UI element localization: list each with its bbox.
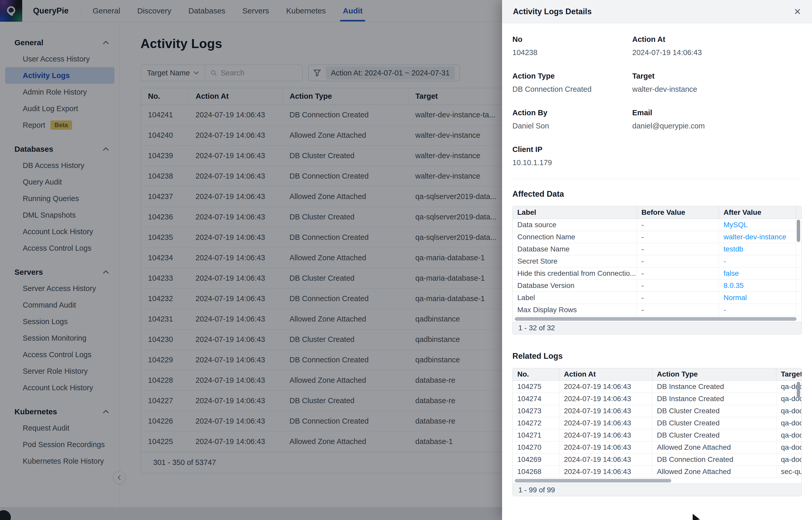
- detail-field: Action At 2024-07-19 14:06:43: [632, 35, 802, 57]
- affected-row[interactable]: Database Name - testdb: [513, 243, 802, 255]
- affected-row[interactable]: Data source - MySQL: [513, 219, 802, 231]
- col-before-value: Before Value: [637, 206, 719, 219]
- related-row[interactable]: 104271 2024-07-19 14:06:43 DB Cluster Cr…: [513, 429, 802, 441]
- detail-field: Action Type DB Connection Created: [512, 72, 632, 94]
- related-row[interactable]: 104274 2024-07-19 14:06:43 DB Instance C…: [513, 393, 802, 405]
- affected-data-heading: Affected Data: [512, 189, 802, 199]
- affected-row[interactable]: Max Display Rows - -: [513, 304, 802, 316]
- detail-field: Target walter-dev-instance: [632, 72, 802, 94]
- affected-row[interactable]: Connection Name - walter-dev-instance: [513, 231, 802, 243]
- col-action-at: Action At: [559, 368, 652, 381]
- vertical-scrollbar[interactable]: [797, 382, 800, 398]
- affected-row[interactable]: Database Version - 8.0.35: [513, 279, 802, 291]
- related-row[interactable]: 104272 2024-07-19 14:06:43 DB Cluster Cr…: [513, 417, 802, 429]
- col-no: No.: [513, 368, 559, 381]
- activity-log-details-drawer: Activity Logs Details ✕ No 104238 Action…: [502, 0, 812, 520]
- affected-data-table: Label Before Value After Value Data sour…: [513, 206, 802, 316]
- affected-row[interactable]: Hide this credential from Connectio... -…: [513, 267, 802, 279]
- related-row[interactable]: 104269 2024-07-19 14:06:43 DB Connection…: [513, 453, 802, 466]
- related-header-row: No. Action At Action Type Target: [513, 368, 802, 381]
- col-label: Label: [513, 206, 637, 219]
- col-target: Target: [776, 368, 802, 381]
- drawer-header: Activity Logs Details ✕: [502, 0, 812, 23]
- affected-row[interactable]: Secret Store - -: [513, 255, 802, 267]
- mouse-cursor: [692, 514, 702, 520]
- affected-row[interactable]: Label - Normal: [513, 291, 802, 304]
- related-logs-heading: Related Logs: [512, 352, 802, 361]
- detail-field: No 104238: [512, 35, 632, 57]
- detail-field: Email daniel@querypie.com: [632, 108, 802, 130]
- drawer-body: No 104238 Action At 2024-07-19 14:06:43 …: [502, 23, 812, 496]
- drawer-title: Activity Logs Details: [513, 7, 592, 16]
- related-pagination: 1 - 99 of 99: [513, 484, 802, 496]
- related-row[interactable]: 104270 2024-07-19 14:06:43 Allowed Zone …: [513, 441, 802, 453]
- vertical-scrollbar[interactable]: [797, 220, 800, 242]
- affected-data-card: Label Before Value After Value Data sour…: [512, 206, 802, 334]
- horizontal-scrollbar[interactable]: [513, 478, 802, 484]
- related-logs-card: No. Action At Action Type Target 104275 …: [512, 368, 802, 496]
- affected-header-row: Label Before Value After Value: [513, 206, 802, 219]
- col-after-value: After Value: [719, 206, 796, 219]
- related-row[interactable]: 104275 2024-07-19 14:06:43 DB Instance C…: [513, 381, 802, 393]
- col-action-type: Action Type: [652, 368, 776, 381]
- affected-pagination: 1 - 32 of 32: [513, 322, 802, 334]
- related-logs-table: No. Action At Action Type Target 104275 …: [513, 368, 802, 478]
- horizontal-scrollbar[interactable]: [513, 316, 802, 322]
- detail-field: Client IP 10.10.1.179: [512, 145, 632, 167]
- querypie-app: QueryPie General Discovery Databases: [0, 0, 812, 520]
- modal-dim-overlay[interactable]: [0, 0, 502, 520]
- detail-fields: No 104238 Action At 2024-07-19 14:06:43 …: [512, 35, 802, 167]
- related-row[interactable]: 104268 2024-07-19 14:06:43 Allowed Zone …: [513, 466, 802, 478]
- detail-field: Action By Daniel Son: [512, 108, 632, 130]
- close-icon[interactable]: ✕: [794, 7, 802, 16]
- col-extra: [796, 206, 802, 219]
- related-row[interactable]: 104273 2024-07-19 14:06:43 DB Cluster Cr…: [513, 405, 802, 417]
